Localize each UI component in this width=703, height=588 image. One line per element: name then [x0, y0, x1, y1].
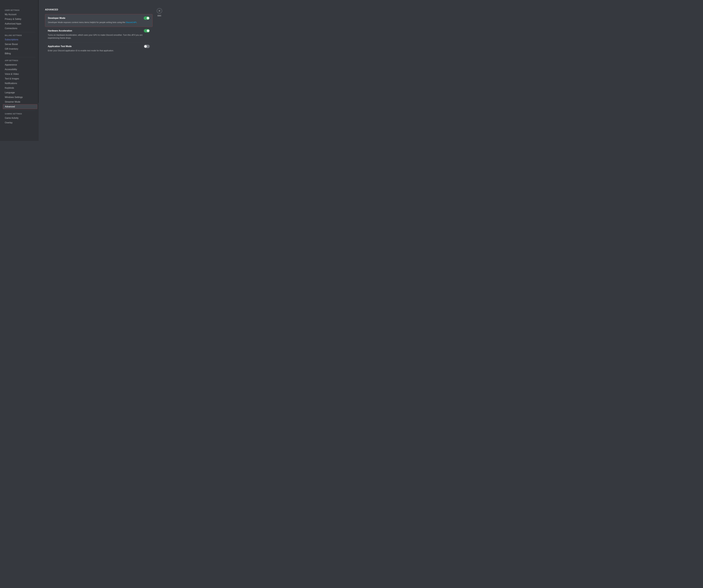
close-label: ESC [158, 15, 161, 17]
sidebar-item-authorized-apps[interactable]: Authorized Apps [3, 21, 37, 26]
sidebar-item-subscriptions[interactable]: Subscriptions [3, 37, 37, 42]
sidebar-item-language[interactable]: Language [3, 90, 37, 95]
setting-title: Hardware Acceleration [48, 29, 72, 32]
setting-description: Enter your Discord application ID to ena… [48, 49, 150, 52]
sidebar-item-connections[interactable]: Connections [3, 26, 37, 31]
sidebar-item-keybinds[interactable]: Keybinds [3, 86, 37, 90]
main-content: ESC ADVANCED Developer Mode Developer Mo… [39, 0, 168, 141]
check-icon [147, 17, 149, 19]
setting-description: Developer Mode exposes context menu item… [48, 21, 150, 24]
section-header-user-settings: USER SETTINGS [3, 8, 37, 12]
settings-list: Developer Mode Developer Mode exposes co… [45, 14, 153, 55]
check-icon [147, 29, 149, 32]
discord-api-link[interactable]: Discord API [126, 21, 137, 23]
setting-title: Developer Mode [48, 17, 65, 19]
setting-application-test-mode: Application Test Mode Enter your Discord… [45, 43, 153, 55]
sidebar-item-server-boost[interactable]: Server Boost [3, 42, 37, 47]
sidebar-item-privacy-safety[interactable]: Privacy & Safety [3, 17, 37, 21]
sidebar-item-advanced[interactable]: Advanced [3, 104, 37, 109]
sidebar-item-billing[interactable]: Billing [3, 51, 37, 56]
toggle-hardware-acceleration[interactable] [144, 29, 150, 32]
toggle-developer-mode[interactable] [144, 16, 150, 20]
section-header-gaming-settings: GAMING SETTINGS [3, 112, 37, 116]
sidebar-item-streamer-mode[interactable]: Streamer Mode [3, 100, 37, 104]
sidebar-item-accessibility[interactable]: Accessibility [3, 67, 37, 72]
x-icon [144, 45, 147, 48]
sidebar-item-notifications[interactable]: Notifications [3, 81, 37, 86]
settings-sidebar: USER SETTINGS My Account Privacy & Safet… [0, 0, 39, 141]
toggle-application-test-mode[interactable] [144, 45, 150, 48]
sidebar-item-my-account[interactable]: My Account [3, 12, 37, 17]
section-header-app-settings: APP SETTINGS [3, 59, 37, 62]
sidebar-item-gift-inventory[interactable]: Gift Inventory [3, 47, 37, 51]
setting-hardware-acceleration: Hardware Acceleration Turns on Hardware … [45, 27, 153, 42]
sidebar-item-game-activity[interactable]: Game Activity [3, 116, 37, 120]
setting-description: Turns on Hardware Acceleration, which us… [48, 33, 150, 39]
setting-developer-mode: Developer Mode Developer Mode exposes co… [45, 14, 153, 27]
sidebar-item-windows-settings[interactable]: Windows Settings [3, 95, 37, 99]
section-header-billing-settings: BILLING SETTINGS [3, 33, 37, 37]
setting-title: Application Test Mode [48, 45, 72, 48]
page-title: ADVANCED [45, 8, 163, 11]
sidebar-item-overlay[interactable]: Overlay [3, 120, 37, 125]
sidebar-item-voice-video[interactable]: Voice & Video [3, 72, 37, 76]
sidebar-item-text-images[interactable]: Text & Images [3, 76, 37, 81]
sidebar-item-appearance[interactable]: Appearance [3, 63, 37, 67]
